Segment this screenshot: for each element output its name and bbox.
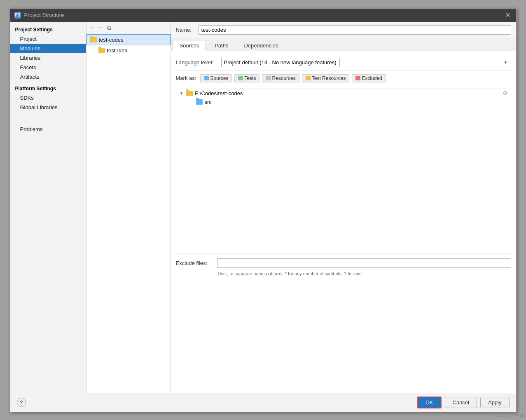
window-title: Project Structure <box>24 12 64 18</box>
language-level-label: Language level: <box>176 59 217 66</box>
tree-expander: ▼ <box>180 91 186 96</box>
platform-settings-heading: Platform Settings <box>10 82 86 93</box>
test-resources-folder-icon <box>306 76 311 80</box>
language-level-select-wrapper: Project default (13 - No new language fe… <box>221 58 511 67</box>
name-label: Name: <box>176 27 194 33</box>
tab-sources[interactable]: Sources <box>173 40 206 51</box>
excluded-folder-icon <box>355 76 360 80</box>
tree-root-path: E:\Codes\test-codes <box>195 90 243 96</box>
tab-dependencies[interactable]: Dependencies <box>237 40 285 51</box>
resources-folder-icon <box>266 76 271 80</box>
sources-folder-icon <box>204 76 209 80</box>
language-level-row: Language level: Project default (13 - No… <box>176 54 511 71</box>
bottom-bar: ? OK Cancel Apply <box>10 393 516 412</box>
copy-module-button[interactable]: ⧉ <box>105 23 113 32</box>
mark-excluded-button[interactable]: Excluded <box>352 74 386 82</box>
module-label: test-codes <box>99 37 124 43</box>
sidebar-item-global-libraries[interactable]: Global Libraries <box>10 103 86 112</box>
src-folder-icon <box>196 99 203 105</box>
cancel-button[interactable]: Cancel <box>445 397 477 408</box>
tab-sources-content: Language level: Project default (13 - No… <box>171 51 516 393</box>
tests-folder-icon <box>238 76 243 80</box>
name-input[interactable] <box>199 25 511 35</box>
exclude-files-label: Exclude files: <box>176 260 213 266</box>
remove-module-button[interactable]: − <box>97 23 104 32</box>
watermark: CSDN @小鱼sd <box>495 413 524 418</box>
tab-paths[interactable]: Paths <box>208 40 235 51</box>
sidebar-item-libraries[interactable]: Libraries <box>10 53 86 63</box>
sidebar-item-facets[interactable]: Facets <box>10 63 86 72</box>
module-list: test-codes test-idea <box>86 34 171 393</box>
apply-button[interactable]: Apply <box>480 397 510 408</box>
exclude-hint: Use ; to separate name patterns, * for a… <box>176 270 511 279</box>
mark-as-label: Mark as: <box>176 75 196 81</box>
sidebar-item-modules[interactable]: Modules <box>10 44 86 53</box>
mark-sources-button[interactable]: Sources <box>200 74 232 82</box>
project-structure-dialog: PS Project Structure ✕ Project Settings … <box>10 8 517 412</box>
tree-actions: ⚙ <box>503 90 507 96</box>
tree-item-src[interactable]: src <box>176 98 511 106</box>
module-item-test-codes[interactable]: test-codes <box>86 34 171 45</box>
title-bar: PS Project Structure ✕ <box>10 9 516 22</box>
ok-button[interactable]: OK <box>417 397 442 408</box>
sidebar-item-artifacts[interactable]: Artifacts <box>10 72 86 82</box>
bottom-right: OK Cancel Apply <box>417 397 510 408</box>
tabs-bar: Sources Paths Dependencies <box>171 38 516 51</box>
sidebar-item-sdks[interactable]: SDKs <box>10 93 86 103</box>
exclude-files-input[interactable] <box>217 258 511 268</box>
folder-icon <box>90 37 97 42</box>
name-row: Name: <box>171 22 516 38</box>
sidebar: Project Settings Project Modules Librari… <box>10 22 86 393</box>
exclude-files-row: Exclude files: <box>176 256 511 270</box>
mark-resources-button[interactable]: Resources <box>262 74 299 82</box>
tree-src-label: src <box>205 99 212 105</box>
mark-tests-button[interactable]: Tests <box>234 74 259 82</box>
sidebar-item-problems[interactable]: Problems <box>10 124 86 134</box>
file-tree: ▼ E:\Codes\test-codes ⚙ src <box>176 89 511 253</box>
tree-item-root[interactable]: ▼ E:\Codes\test-codes ⚙ <box>176 89 511 98</box>
title-bar-left: PS Project Structure <box>14 12 64 19</box>
module-label: test-idea <box>107 47 128 54</box>
folder-icon <box>98 48 105 53</box>
right-panel: Name: Sources Paths Dependencies Languag… <box>171 22 516 393</box>
main-content: Project Settings Project Modules Librari… <box>10 22 516 393</box>
module-item-test-idea[interactable]: test-idea <box>86 45 171 56</box>
sidebar-item-project[interactable]: Project <box>10 34 86 44</box>
close-button[interactable]: ✕ <box>503 11 512 19</box>
add-module-button[interactable]: + <box>89 23 96 32</box>
help-button[interactable]: ? <box>17 398 26 407</box>
root-folder-icon <box>186 91 193 96</box>
mark-test-resources-button[interactable]: Test Resources <box>302 74 350 82</box>
module-panel: + − ⧉ test-codes test-idea <box>86 22 171 393</box>
language-level-select[interactable]: Project default (13 - No new language fe… <box>221 58 340 67</box>
app-icon: PS <box>14 12 21 19</box>
module-toolbar: + − ⧉ <box>86 22 171 34</box>
project-settings-heading: Project Settings <box>10 25 86 34</box>
mark-as-row: Mark as: Sources Tests Resources <box>176 71 511 86</box>
bottom-left: ? <box>17 398 26 407</box>
